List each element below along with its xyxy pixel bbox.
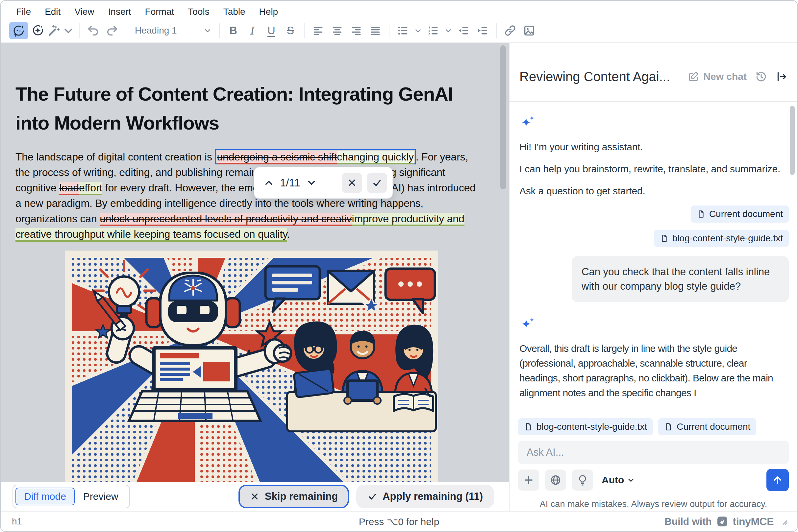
redo-button[interactable] xyxy=(103,22,122,39)
diff-mode-tab[interactable]: Diff mode xyxy=(16,488,75,506)
tracked-deletion: undergoing a seismic shift xyxy=(217,151,337,165)
attachment-chip-current-document: Current document xyxy=(691,206,789,223)
diff-navigation-popup: 1/11 xyxy=(254,167,393,198)
collapse-panel-button[interactable] xyxy=(776,71,787,82)
ai-command-button[interactable] xyxy=(48,22,75,39)
apply-remaining-button[interactable]: Apply remaining (11) xyxy=(356,484,494,508)
document-illustration[interactable] xyxy=(65,250,438,482)
globe-icon xyxy=(550,474,561,486)
close-icon xyxy=(250,492,260,501)
attachment-chip-label: blog-content-style-guide.txt xyxy=(672,233,783,244)
menu-format[interactable]: Format xyxy=(138,3,181,20)
new-chat-button[interactable]: New chat xyxy=(687,71,747,82)
element-path[interactable]: h1 xyxy=(12,516,22,527)
ai-disclaimer: AI can make mistakes. Always review outp… xyxy=(518,499,789,509)
chat-scrollbar[interactable] xyxy=(790,106,795,175)
menu-insert[interactable]: Insert xyxy=(101,3,138,20)
paragraph-text: The landscape of digital content creatio… xyxy=(16,151,215,163)
tracked-insertion[interactable]: effort xyxy=(79,182,102,195)
bullet-list-icon xyxy=(396,24,410,37)
user-message: Can you check that the content falls inl… xyxy=(572,256,789,302)
undo-button[interactable] xyxy=(83,22,103,39)
numbered-list-button[interactable] xyxy=(424,22,443,39)
preview-tab[interactable]: Preview xyxy=(75,488,127,506)
chevron-down-icon xyxy=(444,26,452,35)
menu-view[interactable]: View xyxy=(68,3,101,20)
web-search-button[interactable] xyxy=(545,470,566,491)
underline-icon: U xyxy=(267,24,275,37)
ask-ai-input[interactable] xyxy=(518,441,789,464)
ai-sparkle-icon xyxy=(519,315,537,332)
ai-sparkle-icon xyxy=(519,114,537,131)
ai-assistant-panel: Reviewing Content Agai... New chat Hi! I xyxy=(509,43,797,511)
justify-button[interactable] xyxy=(366,22,385,39)
block-format-dropdown[interactable]: Heading 1 xyxy=(130,22,215,39)
chevron-up-icon xyxy=(263,177,274,188)
menu-help[interactable]: Help xyxy=(252,3,285,20)
bullet-list-options-button[interactable] xyxy=(412,22,424,39)
tinymce-logo-icon xyxy=(716,515,729,528)
arrow-up-icon xyxy=(772,474,784,486)
next-change-button[interactable] xyxy=(302,174,321,192)
outdent-icon xyxy=(457,24,470,37)
previous-change-button[interactable] xyxy=(260,174,278,192)
align-left-icon xyxy=(312,24,324,37)
chat-input-section: blog-content-style-guide.txt Current doc… xyxy=(509,412,797,511)
accept-change-button[interactable] xyxy=(367,173,387,193)
tracked-change-current[interactable]: undergoing a seismic shiftchanging quick… xyxy=(215,149,416,165)
menu-table[interactable]: Table xyxy=(217,3,252,20)
editor-content-area[interactable]: The Future of Content Creation: Integrat… xyxy=(1,43,509,482)
menu-tools[interactable]: Tools xyxy=(181,3,216,20)
toolbar-separator xyxy=(389,23,389,38)
menu-file[interactable]: File xyxy=(9,3,38,20)
align-left-button[interactable] xyxy=(309,22,328,39)
reject-change-button[interactable] xyxy=(342,173,362,193)
align-center-button[interactable] xyxy=(328,22,347,39)
attachment-chip-label: Current document xyxy=(709,209,783,219)
resize-handle[interactable] xyxy=(780,517,788,526)
check-icon xyxy=(372,177,382,188)
send-button[interactable] xyxy=(766,469,789,491)
toolbar-separator xyxy=(304,23,304,38)
skip-remaining-button[interactable]: Skip remaining xyxy=(239,484,349,508)
outdent-button[interactable] xyxy=(454,22,473,39)
toolbar-separator xyxy=(79,23,80,38)
model-selector-dropdown[interactable]: Auto xyxy=(601,474,635,486)
menu-edit[interactable]: Edit xyxy=(38,3,68,20)
align-right-button[interactable] xyxy=(347,22,366,39)
suggestions-button[interactable] xyxy=(572,470,593,491)
ai-chat-button[interactable] xyxy=(9,22,28,39)
context-chip-style-guide[interactable]: blog-content-style-guide.txt xyxy=(518,418,653,435)
tracked-deletion[interactable]: load xyxy=(59,182,79,195)
history-icon xyxy=(755,71,767,82)
insert-link-button[interactable] xyxy=(501,22,520,39)
strikethrough-button[interactable]: S xyxy=(281,22,300,39)
chat-messages[interactable]: Hi! I’m your writing assistant. I can he… xyxy=(509,102,797,412)
bold-button[interactable]: B xyxy=(224,22,243,39)
undo-icon xyxy=(87,24,100,37)
indent-button[interactable] xyxy=(473,22,492,39)
strikethrough-icon: S xyxy=(287,24,294,37)
ai-shortcuts-button[interactable] xyxy=(28,22,48,39)
plus-icon xyxy=(523,474,535,486)
status-bar: h1 Press ⌥0 for help Build with tinyMCE xyxy=(1,511,797,531)
chevron-down-icon xyxy=(203,26,212,35)
tracked-deletion[interactable]: unlock unprecedented levels of productiv… xyxy=(100,213,352,226)
insert-image-button[interactable] xyxy=(520,22,539,39)
italic-button[interactable]: I xyxy=(243,22,262,39)
branding-link[interactable]: Build with tinyMCE xyxy=(665,515,774,528)
bullet-list-button[interactable] xyxy=(393,22,412,39)
chat-history-button[interactable] xyxy=(755,71,767,82)
editor-scrollbar[interactable] xyxy=(500,45,506,189)
context-chip-current-document[interactable]: Current document xyxy=(658,418,756,435)
underline-button[interactable]: U xyxy=(262,22,281,39)
apply-remaining-label: Apply remaining (11) xyxy=(383,491,483,502)
document-icon xyxy=(664,422,673,431)
chat-title: Reviewing Content Agai... xyxy=(519,69,679,84)
add-attachment-button[interactable] xyxy=(518,470,539,491)
lightbulb-icon xyxy=(577,474,589,486)
document-paragraph: The landscape of digital content creatio… xyxy=(16,149,484,242)
assistant-response: Overall, this draft is largely in line w… xyxy=(519,341,789,400)
editor-bottom-bar: Diff mode Preview Skip remaining Apply r… xyxy=(1,482,509,511)
numbered-list-options-button[interactable] xyxy=(443,22,454,39)
